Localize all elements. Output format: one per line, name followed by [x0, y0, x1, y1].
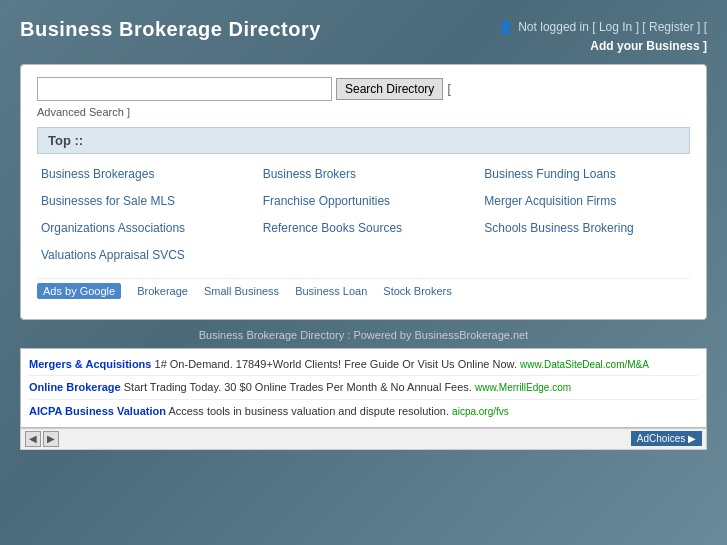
category-link-business-brokerages[interactable]: Business Brokerages: [41, 166, 243, 183]
ad-title-mergers[interactable]: Mergers & Acquisitions: [29, 358, 151, 370]
search-button[interactable]: Search Directory: [336, 78, 443, 100]
ad-banners: Mergers & Acquisitions 1# On-Demand. 178…: [20, 348, 707, 428]
ads-link-brokerage[interactable]: Brokerage: [137, 285, 188, 297]
empty-cell-2: [484, 247, 686, 264]
empty-cell-1: [263, 247, 465, 264]
page-wrapper: Business Brokerage Directory 👤 Not logge…: [0, 0, 727, 460]
category-link-organizations[interactable]: Organizations Associations: [41, 220, 243, 237]
not-logged-in: Not logged in: [518, 20, 589, 34]
ads-link-stock-brokers[interactable]: Stock Brokers: [383, 285, 451, 297]
search-input[interactable]: [37, 77, 332, 101]
next-arrow[interactable]: ▶: [43, 431, 59, 447]
category-link-valuations[interactable]: Valuations Appraisal SVCS: [41, 247, 243, 264]
header-row: Business Brokerage Directory 👤 Not logge…: [20, 10, 707, 62]
login-link[interactable]: [ Log In ]: [592, 20, 639, 34]
top-bar: Top ::: [37, 127, 690, 154]
register-link[interactable]: [ Register ] [: [642, 20, 707, 34]
ad-line-2: Online Brokerage Start Trading Today. 30…: [29, 376, 698, 400]
ad-url-aicpa[interactable]: aicpa.org/fvs: [452, 406, 509, 417]
ads-link-small-business[interactable]: Small Business: [204, 285, 279, 297]
category-link-franchise[interactable]: Franchise Opportunities: [263, 193, 465, 210]
category-link-business-funding[interactable]: Business Funding Loans: [484, 166, 686, 183]
ad-line-1: Mergers & Acquisitions 1# On-Demand. 178…: [29, 353, 698, 377]
ad-url-mergers[interactable]: www.DataSiteDeal.com/M&A: [520, 359, 649, 370]
prev-arrow[interactable]: ◀: [25, 431, 41, 447]
adchoices-button[interactable]: AdChoices ▶: [631, 431, 702, 446]
advanced-search-row: Advanced Search ]: [37, 105, 690, 119]
ad-title-online-brokerage[interactable]: Online Brokerage: [29, 381, 121, 393]
ad-desc-aicpa: Access tools in business valuation and d…: [168, 405, 452, 417]
add-business-link[interactable]: Add your Business ]: [590, 39, 707, 53]
categories-grid: Business Brokerages Business Brokers Bus…: [37, 166, 690, 263]
ad-line-3: AICPA Business Valuation Access tools in…: [29, 400, 698, 423]
user-icon: 👤: [498, 18, 513, 37]
category-link-merger[interactable]: Merger Acquisition Firms: [484, 193, 686, 210]
ads-row: Ads by Google Brokerage Small Business B…: [37, 278, 690, 303]
search-bracket: [: [447, 82, 450, 96]
site-title: Business Brokerage Directory: [20, 18, 321, 41]
search-row: Search Directory [: [37, 77, 690, 101]
ad-desc-mergers: 1# On-Demand. 17849+World Clients! Free …: [155, 358, 521, 370]
category-link-businesses-for-sale[interactable]: Businesses for Sale MLS: [41, 193, 243, 210]
category-link-schools[interactable]: Schools Business Brokering: [484, 220, 686, 237]
main-box: Search Directory [ Advanced Search ] Top…: [20, 64, 707, 319]
nav-arrows-bar: ◀ ▶ AdChoices ▶: [20, 428, 707, 450]
advanced-search-link[interactable]: Advanced Search ]: [37, 106, 130, 118]
header-links: 👤 Not logged in [ Log In ] [ Register ] …: [498, 18, 707, 56]
ads-link-business-loan[interactable]: Business Loan: [295, 285, 367, 297]
ad-title-aicpa[interactable]: AICPA Business Valuation: [29, 405, 166, 417]
ad-url-online-brokerage[interactable]: www.MerrillEdge.com: [475, 382, 571, 393]
footer-bar: Business Brokerage Directory : Powered b…: [20, 326, 707, 344]
ad-desc-online-brokerage: Start Trading Today. 30 $0 Online Trades…: [124, 381, 475, 393]
ads-by-google-label: Ads by Google: [37, 283, 121, 299]
nav-arrows: ◀ ▶: [25, 431, 59, 447]
category-link-business-brokers[interactable]: Business Brokers: [263, 166, 465, 183]
category-link-reference-books[interactable]: Reference Books Sources: [263, 220, 465, 237]
